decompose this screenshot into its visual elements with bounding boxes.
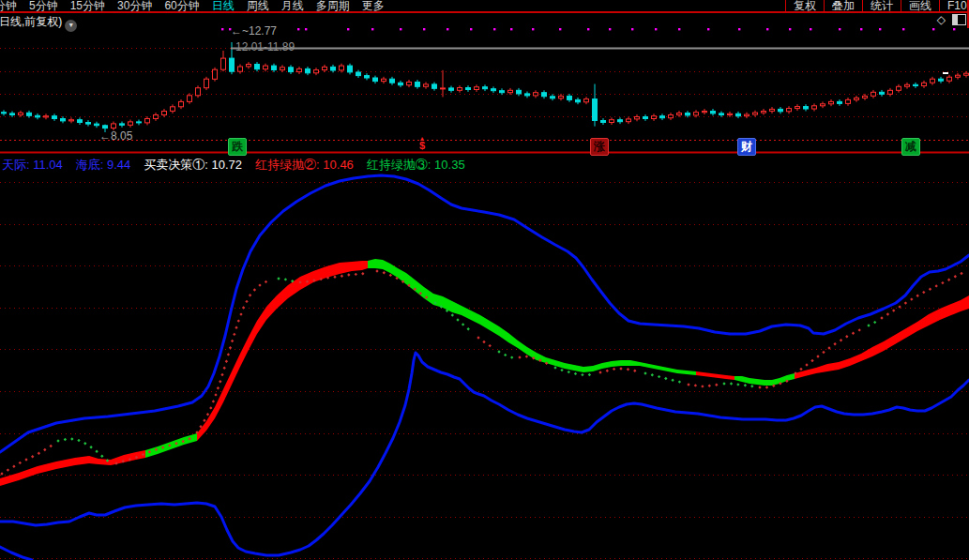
badge-wealth[interactable]: 财: [737, 138, 756, 156]
legend-item-1: 海底: 9.44: [76, 157, 131, 174]
toolbar-button-4[interactable]: F10: [939, 0, 969, 12]
legend-item-2: 买卖决策①: 10.72: [144, 157, 242, 174]
period-tab-5[interactable]: 日线: [212, 0, 235, 12]
corner-icons: ◇: [937, 14, 966, 25]
badge-fall[interactable]: 跌: [228, 138, 247, 156]
badge-dollar[interactable]: ▲$: [414, 134, 431, 150]
chevron-down-icon[interactable]: ▾: [65, 20, 77, 32]
period-tab-6[interactable]: 周线: [247, 0, 269, 12]
chart-mode-label: (日线,前复权)▾: [0, 14, 77, 32]
diamond-icon[interactable]: ◇: [937, 14, 946, 25]
toolbar-button-1[interactable]: 叠加: [824, 0, 862, 12]
red-green-ribbon: [0, 259, 969, 486]
period-tab-8[interactable]: 多周期: [316, 0, 350, 12]
legend-item-0: 天际: 11.04: [2, 157, 63, 174]
indicator-legend: 天际: 11.04海底: 9.44买卖决策①: 10.72红持绿抛②: 10.4…: [2, 157, 465, 174]
toolbar-right-buttons: 复权叠加统计画线F10标记+自选: [785, 0, 969, 12]
badge-reduce[interactable]: 减: [901, 138, 920, 156]
trading-app-window: 分钟5分钟15分钟30分钟60分钟日线周线月线多周期更多 复权叠加统计画线F10…: [0, 0, 969, 560]
period-tabs: 分钟5分钟15分钟30分钟60分钟日线周线月线多周期更多: [0, 0, 385, 12]
badge-text: $: [419, 142, 425, 149]
period-tab-4[interactable]: 60分钟: [164, 0, 199, 12]
chart-canvas: [0, 0, 969, 560]
main-chart-gridlines: [0, 49, 969, 117]
period-tab-1[interactable]: 5分钟: [29, 0, 58, 12]
chart-mode-text: (日线,前复权): [0, 15, 62, 28]
period-tab-3[interactable]: 30分钟: [117, 0, 152, 12]
period-tab-9[interactable]: 更多: [362, 0, 385, 12]
top-toolbar: 分钟5分钟15分钟30分钟60分钟日线周线月线多周期更多 复权叠加统计画线F10…: [0, 0, 969, 12]
gap-range-label: 12.01-11.89: [235, 40, 295, 53]
legend-item-3: 红持绿抛②: 10.46: [255, 157, 354, 174]
legend-item-4: 红持绿抛③: 10.35: [367, 157, 465, 174]
toolbar-button-0[interactable]: 复权: [785, 0, 824, 12]
candlestick-series: [2, 42, 969, 132]
toolbar-button-3[interactable]: 画线: [901, 0, 939, 12]
overlay-lines: [0, 49, 969, 153]
period-tab-2[interactable]: 15分钟: [70, 0, 105, 12]
badge-rise[interactable]: 涨: [590, 138, 609, 156]
period-tab-0[interactable]: 分钟: [0, 0, 17, 12]
period-tab-7[interactable]: 月线: [281, 0, 304, 12]
high-price-label: ←~12.77: [231, 24, 277, 38]
split-window-icon[interactable]: [952, 14, 966, 25]
low-price-label: ←8.05: [99, 129, 132, 143]
toolbar-button-2[interactable]: 统计: [862, 0, 901, 12]
